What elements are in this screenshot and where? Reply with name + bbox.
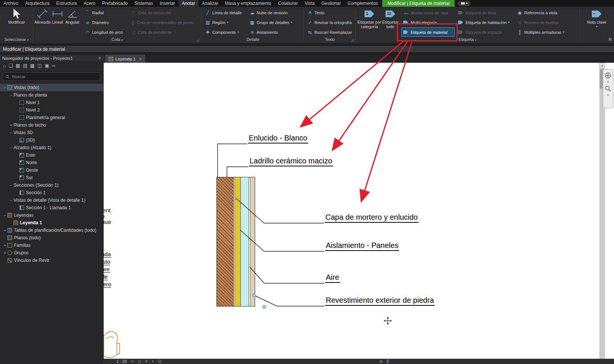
tree-item[interactable]: Norte bbox=[0, 159, 103, 166]
tree-item[interactable]: −Vistas de detalle (Vista de detalle 1) bbox=[0, 196, 103, 204]
tree-item[interactable]: Nivel 2 bbox=[0, 106, 103, 114]
menu-tab-anotar[interactable]: Anotar bbox=[178, 0, 198, 7]
crop-view-icon[interactable]: ◫ bbox=[158, 359, 161, 363]
view-reference-button[interactable]: ◉Referencia a vista bbox=[515, 8, 567, 17]
insulation-layer[interactable] bbox=[241, 177, 249, 306]
expander-icon[interactable]: + bbox=[2, 251, 8, 255]
menu-tab-vista[interactable]: Vista bbox=[301, 0, 318, 7]
spell-check-button[interactable]: ✓Revisar la ortografía bbox=[305, 18, 355, 27]
tree-item[interactable]: +Grupos bbox=[0, 249, 103, 257]
menu-tab-estructura[interactable]: Estructura bbox=[53, 0, 80, 7]
steering-wheel-icon[interactable] bbox=[604, 72, 612, 79]
tree-item[interactable]: Sección 1 - Llamada 1 bbox=[0, 204, 103, 211]
tree-item[interactable]: Vínculos de Revit bbox=[0, 257, 103, 264]
legends-icon[interactable]: ▣ bbox=[45, 63, 49, 68]
schedules-icon[interactable]: ▦ bbox=[16, 63, 20, 68]
tree-item[interactable]: Nivel 1 bbox=[0, 99, 103, 106]
chevron-down-icon[interactable]: ▼ bbox=[607, 81, 609, 83]
sun-path-icon[interactable]: ☀ bbox=[145, 359, 148, 363]
wall-section[interactable] bbox=[216, 177, 255, 307]
tree-item[interactable]: Sección 1 bbox=[0, 189, 103, 196]
expander-icon[interactable]: + bbox=[8, 123, 14, 127]
menu-tab-acero[interactable]: Acero bbox=[80, 0, 98, 7]
sheets-icon[interactable]: ▤ bbox=[23, 63, 27, 68]
close-tab-icon[interactable]: × bbox=[139, 57, 142, 61]
dialog-launcher-icon[interactable]: ◿ bbox=[197, 39, 199, 42]
tree-item[interactable]: Planos (todo) bbox=[0, 234, 103, 242]
zoom-tool-icon[interactable] bbox=[604, 85, 612, 92]
shadows-icon[interactable]: ◐ bbox=[152, 359, 154, 363]
view-tab-leyenda-1[interactable]: Leyenda 1 × bbox=[105, 55, 145, 63]
scroll-up-icon[interactable]: ▲ bbox=[599, 63, 605, 68]
panel-label-etiqueta[interactable]: Etiqueta▾ bbox=[357, 37, 578, 43]
material-tag-label[interactable]: Revestimiento exterior de piedra bbox=[325, 296, 435, 306]
panel-label-seleccionar[interactable]: Seleccionar▾ bbox=[1, 37, 32, 43]
context-ribbon-tab[interactable]: Modificar | Etiqueta de material bbox=[382, 0, 455, 7]
stone-finish-layer[interactable] bbox=[250, 177, 255, 306]
expander-icon[interactable]: − bbox=[8, 93, 14, 97]
menu-tab-analizar[interactable]: Analizar bbox=[198, 0, 221, 7]
modify-button[interactable]: Modificar bbox=[3, 7, 30, 24]
detail-group-button[interactable]: ▦Grupo de detalles▾ bbox=[247, 18, 301, 27]
radial-dimension-button[interactable]: ⌒Radial bbox=[83, 8, 127, 17]
families-icon[interactable]: ▩ bbox=[30, 63, 35, 68]
tag-all-button[interactable]: 10 Etiquetar todo bbox=[382, 7, 399, 29]
close-icon[interactable]: × bbox=[98, 56, 101, 61]
tree-item[interactable]: −Vistas (todo) bbox=[0, 84, 103, 91]
expander-icon[interactable]: − bbox=[8, 145, 14, 150]
multi-category-tag-button[interactable]: Multicategoría bbox=[401, 18, 455, 27]
home-icon[interactable]: ⌂ bbox=[3, 63, 6, 68]
expander-icon[interactable]: − bbox=[2, 213, 8, 217]
views-icon[interactable]: ❏ bbox=[9, 63, 13, 68]
tree-item[interactable]: −Secciones (Sección 1) bbox=[0, 181, 103, 189]
detail-level-icon[interactable]: ▭ bbox=[131, 359, 134, 363]
menu-tab-complementos[interactable]: Complementos bbox=[344, 0, 381, 7]
detail-line-button[interactable]: ╱Línea de detalle bbox=[203, 8, 247, 17]
drawing-canvas[interactable]: Enlucido - BlancoLadrillo cerámico maciz… bbox=[104, 63, 614, 359]
expander-icon[interactable]: − bbox=[8, 183, 14, 187]
material-tag-button[interactable]: Etiqueta de material bbox=[401, 27, 455, 37]
reveal-hidden-icon[interactable]: ◎ bbox=[380, 359, 383, 363]
region-button[interactable]: ▨Región▾ bbox=[203, 18, 247, 27]
tree-item[interactable]: −Planos de planta bbox=[0, 91, 103, 99]
keynote-button[interactable]: • Nota clave ▾ bbox=[583, 7, 610, 29]
text-button[interactable]: ATexto bbox=[305, 8, 355, 17]
find-replace-button[interactable]: ⇆Buscar/ Reemplazar bbox=[305, 27, 355, 37]
revision-cloud-button[interactable]: ☁Nube de revisión bbox=[247, 8, 301, 17]
menu-tab-arquitectura[interactable]: Arquitectura bbox=[22, 0, 53, 7]
menu-tab-prefabricado[interactable]: Prefabricado bbox=[99, 0, 131, 7]
arc-length-dimension-button[interactable]: ◠Longitud de arco bbox=[83, 27, 127, 37]
tree-item[interactable]: Este bbox=[0, 151, 103, 159]
menu-tab-insertar[interactable]: Insertar bbox=[156, 0, 178, 7]
links-icon[interactable]: ∞ bbox=[52, 63, 55, 68]
search-input[interactable] bbox=[11, 74, 98, 79]
menu-tab-colaborar[interactable]: Colaborar bbox=[275, 0, 301, 7]
expander-icon[interactable]: + bbox=[2, 243, 8, 248]
component-button[interactable]: ❖Componente▾ bbox=[203, 27, 247, 37]
tree-item[interactable]: Planimetría general bbox=[0, 114, 103, 121]
tree-item[interactable]: +Familias bbox=[0, 242, 103, 249]
menu-tab-masa-y-emplazamiento[interactable]: Masa y emplazamiento bbox=[222, 0, 275, 7]
linear-dimension-button[interactable]: Lineal bbox=[50, 7, 65, 24]
brick-layer[interactable] bbox=[217, 177, 234, 306]
tree-item[interactable]: Leyenda 1 bbox=[0, 219, 103, 227]
chevron-down-icon[interactable]: ▼ bbox=[607, 94, 609, 97]
tree-item[interactable]: Sur bbox=[0, 174, 103, 181]
angular-dimension-button[interactable]: Angular bbox=[65, 7, 80, 24]
tree-item[interactable]: −Leyendas bbox=[0, 211, 103, 219]
tree-item[interactable]: −Vistas 3D bbox=[0, 129, 103, 136]
menu-tab-sistemas[interactable]: Sistemas bbox=[131, 0, 156, 7]
cloud-status-icon[interactable] bbox=[458, 1, 470, 6]
constraints-icon[interactable]: ╬ bbox=[387, 359, 389, 363]
tree-item[interactable]: −Alzados (Alzado 1) bbox=[0, 144, 103, 151]
diameter-dimension-button[interactable]: ⌀Diámetro bbox=[83, 18, 127, 27]
tree-item[interactable]: +Tablas de planificación/Cantidades (tod… bbox=[0, 227, 103, 234]
scale-button[interactable]: 1 : 20 bbox=[116, 359, 127, 364]
insulation-button[interactable]: ≋Aislamiento bbox=[247, 27, 301, 37]
menu-tab-gestionar[interactable]: Gestionar bbox=[318, 0, 344, 7]
multi-rebar-button[interactable]: ║Múltiples armaduras▾ bbox=[515, 27, 567, 37]
tag-by-category-button[interactable]: 1 Etiquetar por categoría bbox=[357, 7, 382, 29]
groups-icon[interactable]: ◫ bbox=[37, 63, 42, 68]
aligned-dimension-button[interactable]: Alineada bbox=[35, 7, 50, 24]
browser-search-box[interactable] bbox=[3, 72, 100, 81]
